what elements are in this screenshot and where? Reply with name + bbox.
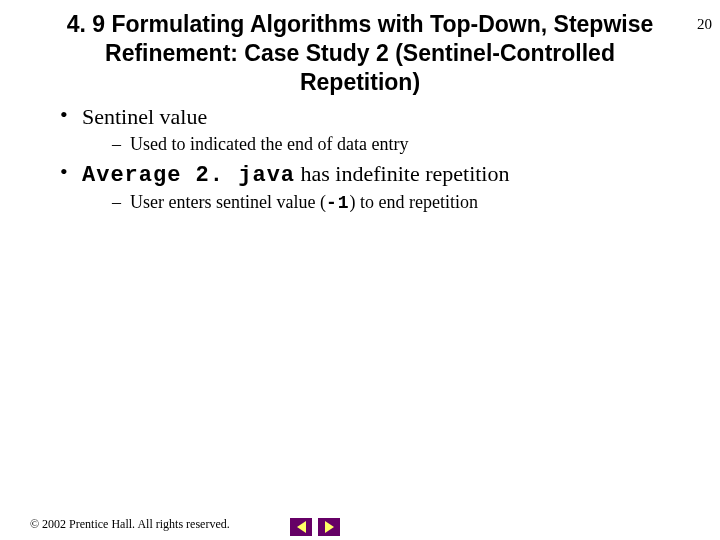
bullet-text: has indefinite repetition [295,161,509,186]
sub-bullet-list: User enters sentinel value (-1) to end r… [82,192,690,213]
copyright-footer: © 2002 Prentice Hall. All rights reserve… [30,517,230,532]
sub-bullet-item: Used to indicated the end of data entry [112,134,690,155]
code-text: -1 [326,193,350,213]
triangle-right-icon [325,521,334,533]
bullet-list: Sentinel value Used to indicated the end… [60,104,690,213]
bullet-text: Sentinel value [82,104,207,129]
slide-title: 4. 9 Formulating Algorithms with Top-Dow… [60,10,660,96]
sub-bullet-list: Used to indicated the end of data entry [82,134,690,155]
nav-controls [290,518,340,536]
sub-bullet-text: Used to indicated the end of data entry [130,134,408,154]
bullet-item: Sentinel value Used to indicated the end… [60,104,690,155]
bullet-item: Average 2. java has indefinite repetitio… [60,161,690,213]
page-number: 20 [697,16,712,33]
slide: 20 4. 9 Formulating Algorithms with Top-… [0,10,720,540]
sub-bullet-text: User enters sentinel value ( [130,192,326,212]
prev-button[interactable] [290,518,312,536]
next-button[interactable] [318,518,340,536]
sub-bullet-item: User enters sentinel value (-1) to end r… [112,192,690,213]
triangle-left-icon [297,521,306,533]
sub-bullet-text: ) to end repetition [350,192,478,212]
code-text: Average 2. java [82,163,295,188]
